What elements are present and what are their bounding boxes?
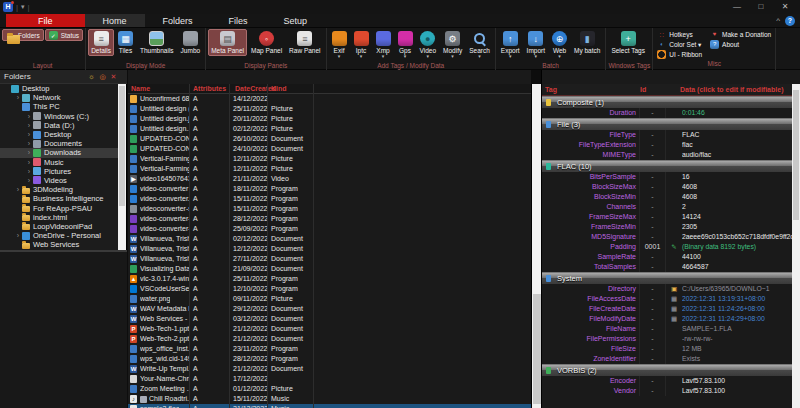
tree-expand-icon[interactable]: › [25,159,33,166]
meta-value[interactable]: 4608 [682,182,793,192]
column-header-attributes[interactable]: Attributes [190,84,230,93]
meta-row-blocksizemax[interactable]: BlockSizeMax-4608 [542,182,793,192]
meta-value[interactable]: 4608 [682,192,793,202]
tree-expand-icon[interactable]: › [25,131,33,138]
meta-value[interactable]: Exists [682,354,793,364]
folders-scrollbar[interactable] [118,84,126,250]
ribbon-button-jumbo[interactable]: Jumbo [178,29,204,56]
meta-row-channels[interactable]: Channels-2 [542,202,793,212]
tree-item-3dmodeling[interactable]: ›3DModeling [0,185,119,194]
meta-value[interactable]: 2aeee69c0153cb652c718dfdf0e9ff2d [682,232,793,242]
ribbon-button-exif[interactable]: Exif▾ [329,29,350,60]
meta-value[interactable]: Lavf57.83.100 [682,376,793,386]
tree-expand-icon[interactable]: › [25,140,33,147]
meta-row-filename[interactable]: FileName-SAMPLE~1.FLA [542,324,793,334]
ribbon-button-video[interactable]: ●Video▾ [417,29,440,60]
ribbon-button-modify[interactable]: ⚙Modify▾ [440,29,465,60]
meta-value[interactable]: flac [682,140,793,150]
tree-item-music[interactable]: ›Music [0,158,119,167]
tree-expand-icon[interactable]: › [25,177,33,184]
ribbon-button-iptc[interactable]: Iptc▾ [351,29,372,60]
tree-item-this-pc[interactable]: This PC [0,102,119,111]
ribbon-button-folders[interactable]: Folders [2,29,44,41]
ribbon-button-import[interactable]: ↓Import▾ [524,29,548,60]
meta-row-duration[interactable]: Duration-0:01:46 [542,108,793,118]
ribbon-button-map-panel[interactable]: ◦Map Panel [248,29,285,56]
meta-value[interactable]: 44100 [682,252,793,262]
meta-row-framesizemax[interactable]: FrameSizeMax-14124 [542,212,793,222]
ribbon-button-hotkeys[interactable]: ∷Hotkeys [655,29,704,39]
meta-row-framesizemin[interactable]: FrameSizeMin-2305 [542,222,793,232]
metadata-section-flac-10-[interactable]: FLAC (10) [542,160,793,172]
qat-dropdown-icon[interactable]: ▾ [21,3,25,11]
metadata-section-composite-1-[interactable]: Composite (1) [542,96,793,108]
tree-item-data-d-[interactable]: ›Data (D:) [0,121,119,130]
folders-pin-options-icon[interactable]: ☼ [87,71,96,82]
meta-row-fileaccessdate[interactable]: FileAccessDate-▦2022:12:31 13:19:31+08:0… [542,294,793,304]
meta-row-vendor[interactable]: Vendor-Lavf57.83.100 [542,386,793,396]
close-button[interactable]: ✕ [774,1,796,13]
tree-item-documents[interactable]: ›Documents [0,139,119,148]
meta-row-padding[interactable]: Padding0001✎(Binary data 8192 bytes) [542,242,793,252]
meta-value[interactable]: audio/flac [682,150,793,160]
meta-value[interactable]: 4664587 [682,262,793,272]
collapse-ribbon-icon[interactable]: ^ [776,16,780,25]
tab-file[interactable]: File [6,14,85,27]
meta-row-samplerate[interactable]: SampleRate-44100 [542,252,793,262]
meta-value[interactable]: SAMPLE~1.FLA [682,324,793,334]
meta-value[interactable]: 2022:12:31 11:24:29+08:00 [682,314,793,324]
maximize-button[interactable]: □ [750,1,772,13]
meta-row-zoneidentifier[interactable]: ZoneIdentifier-Exists [542,354,793,364]
tree-item-web-services[interactable]: Web Services [0,240,119,249]
ribbon-button-make-a-donation[interactable]: ♥Make a Donation [708,29,773,39]
metadata-section-file-3-[interactable]: File (3) [542,118,793,130]
tree-item-pictures[interactable]: ›Pictures [0,167,119,176]
ribbon-button-thumbnails[interactable]: Thumbnails [137,29,177,56]
tree-item-downloads[interactable]: ›Downloads [0,148,119,157]
meta-value[interactable]: Lavf57.83.100 [682,386,793,396]
ribbon-button-meta-panel[interactable]: ▤Meta Panel [208,29,247,56]
tree-expand-icon[interactable]: › [25,149,33,156]
help-icon[interactable]: ? [785,16,795,26]
meta-value[interactable]: 2022:12:31 11:24:26+08:00 [682,304,793,314]
ribbon-button-web[interactable]: ⊕Web▾ [549,29,570,60]
tree-item-videos[interactable]: ›Videos [0,176,119,185]
meta-row-blocksizemin[interactable]: BlockSizeMin-4608 [542,192,793,202]
ribbon-button-export[interactable]: ↑Export▾ [498,29,523,60]
meta-row-filetypeextension[interactable]: FileTypeExtension-flac [542,140,793,150]
minimize-button[interactable]: — [726,1,748,13]
file-list-scrollbar[interactable] [531,84,541,408]
meta-value[interactable]: 12 MB [682,344,793,354]
ribbon-button-about[interactable]: ?About [708,39,773,49]
ribbon-button-gps[interactable]: Gps▾ [395,29,416,60]
tree-item-index-html[interactable]: index.html [0,213,119,222]
metadata-section-system[interactable]: System [542,272,793,284]
tab-home[interactable]: Home [85,14,145,27]
meta-value[interactable]: 0:01:46 [682,108,793,118]
meta-value[interactable]: -rw-rw-rw- [682,334,793,344]
column-header-datecreated[interactable]: DateCreated [230,84,268,93]
column-header-name[interactable]: Name [128,84,190,93]
meta-row-filepermissions[interactable]: FilePermissions--rw-rw-rw- [542,334,793,344]
meta-row-bitspersample[interactable]: BitsPerSample-16 [542,172,793,182]
ribbon-button-raw-panel[interactable]: ≡Raw Panel [286,29,323,56]
meta-row-filetype[interactable]: FileType-FLAC [542,130,793,140]
tree-item-desktop[interactable]: ›Desktop [0,130,119,139]
ribbon-button-search[interactable]: Search▾ [466,29,493,60]
tree-item-loopvideoonipad[interactable]: LoopVideooniPad [0,222,119,231]
meta-row-filemodifydate[interactable]: FileModifyDate-▦2022:12:31 11:24:29+08:0… [542,314,793,324]
meta-value[interactable]: 14124 [682,212,793,222]
meta-row-filecreatedate[interactable]: FileCreateDate-▦2022:12:31 11:24:26+08:0… [542,304,793,314]
ribbon-button-ui-ribbon[interactable]: UI - Ribbon [655,49,704,59]
meta-value[interactable]: (Binary data 8192 bytes) [682,242,793,252]
tree-item-for-reapp-psau[interactable]: For ReApp-PSAU [0,203,119,212]
ribbon-button-my-batch[interactable]: ▮My batch [571,29,603,56]
ribbon-button-color-set[interactable]: ◐Color Set ▾ [655,39,704,49]
tree-expand-icon[interactable]: › [14,186,22,193]
meta-value[interactable]: 2022:12:31 13:19:31+08:00 [682,294,793,304]
tree-expand-icon[interactable]: › [25,122,33,129]
ribbon-button-xmp[interactable]: Xmp▾ [373,29,394,60]
meta-row-mimetype[interactable]: MIMEType-audio/flac [542,150,793,160]
meta-row-totalsamples[interactable]: TotalSamples-4664587 [542,262,793,272]
meta-value[interactable]: FLAC [682,130,793,140]
